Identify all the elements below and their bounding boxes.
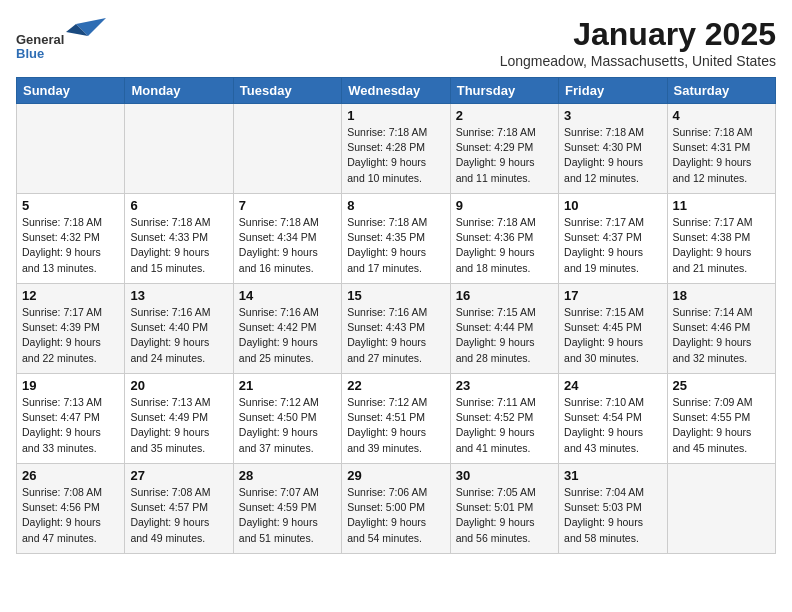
day-info: Sunrise: 7:08 AMSunset: 4:57 PMDaylight:… [130,485,227,546]
header-saturday: Saturday [667,78,775,104]
day-info: Sunrise: 7:16 AMSunset: 4:40 PMDaylight:… [130,305,227,366]
calendar-week-row: 5Sunrise: 7:18 AMSunset: 4:32 PMDaylight… [17,194,776,284]
day-info: Sunrise: 7:16 AMSunset: 4:42 PMDaylight:… [239,305,336,366]
table-row: 19Sunrise: 7:13 AMSunset: 4:47 PMDayligh… [17,374,125,464]
table-row: 31Sunrise: 7:04 AMSunset: 5:03 PMDayligh… [559,464,667,554]
day-number: 31 [564,468,661,483]
day-number: 11 [673,198,770,213]
day-number: 29 [347,468,444,483]
day-info: Sunrise: 7:13 AMSunset: 4:47 PMDaylight:… [22,395,119,456]
header-tuesday: Tuesday [233,78,341,104]
day-info: Sunrise: 7:06 AMSunset: 5:00 PMDaylight:… [347,485,444,546]
table-row: 3Sunrise: 7:18 AMSunset: 4:30 PMDaylight… [559,104,667,194]
table-row [125,104,233,194]
table-row: 29Sunrise: 7:06 AMSunset: 5:00 PMDayligh… [342,464,450,554]
day-info: Sunrise: 7:16 AMSunset: 4:43 PMDaylight:… [347,305,444,366]
table-row: 16Sunrise: 7:15 AMSunset: 4:44 PMDayligh… [450,284,558,374]
table-row: 9Sunrise: 7:18 AMSunset: 4:36 PMDaylight… [450,194,558,284]
day-number: 8 [347,198,444,213]
day-info: Sunrise: 7:18 AMSunset: 4:28 PMDaylight:… [347,125,444,186]
day-info: Sunrise: 7:18 AMSunset: 4:33 PMDaylight:… [130,215,227,276]
table-row: 28Sunrise: 7:07 AMSunset: 4:59 PMDayligh… [233,464,341,554]
table-row: 6Sunrise: 7:18 AMSunset: 4:33 PMDaylight… [125,194,233,284]
day-info: Sunrise: 7:10 AMSunset: 4:54 PMDaylight:… [564,395,661,456]
day-number: 14 [239,288,336,303]
day-number: 22 [347,378,444,393]
weekday-header-row: Sunday Monday Tuesday Wednesday Thursday… [17,78,776,104]
day-info: Sunrise: 7:12 AMSunset: 4:50 PMDaylight:… [239,395,336,456]
logo-icon: General Blue [16,16,106,60]
table-row: 7Sunrise: 7:18 AMSunset: 4:34 PMDaylight… [233,194,341,284]
day-info: Sunrise: 7:17 AMSunset: 4:37 PMDaylight:… [564,215,661,276]
table-row: 18Sunrise: 7:14 AMSunset: 4:46 PMDayligh… [667,284,775,374]
table-row: 23Sunrise: 7:11 AMSunset: 4:52 PMDayligh… [450,374,558,464]
table-row: 20Sunrise: 7:13 AMSunset: 4:49 PMDayligh… [125,374,233,464]
page-header: General Blue January 2025 Longmeadow, Ma… [16,16,776,69]
day-number: 3 [564,108,661,123]
day-info: Sunrise: 7:08 AMSunset: 4:56 PMDaylight:… [22,485,119,546]
day-info: Sunrise: 7:09 AMSunset: 4:55 PMDaylight:… [673,395,770,456]
table-row: 25Sunrise: 7:09 AMSunset: 4:55 PMDayligh… [667,374,775,464]
table-row: 8Sunrise: 7:18 AMSunset: 4:35 PMDaylight… [342,194,450,284]
location-subtitle: Longmeadow, Massachusetts, United States [500,53,776,69]
header-monday: Monday [125,78,233,104]
day-info: Sunrise: 7:11 AMSunset: 4:52 PMDaylight:… [456,395,553,456]
table-row: 11Sunrise: 7:17 AMSunset: 4:38 PMDayligh… [667,194,775,284]
day-number: 30 [456,468,553,483]
day-info: Sunrise: 7:17 AMSunset: 4:38 PMDaylight:… [673,215,770,276]
calendar-week-row: 12Sunrise: 7:17 AMSunset: 4:39 PMDayligh… [17,284,776,374]
table-row [667,464,775,554]
day-info: Sunrise: 7:13 AMSunset: 4:49 PMDaylight:… [130,395,227,456]
table-row: 12Sunrise: 7:17 AMSunset: 4:39 PMDayligh… [17,284,125,374]
table-row: 5Sunrise: 7:18 AMSunset: 4:32 PMDaylight… [17,194,125,284]
day-number: 9 [456,198,553,213]
table-row: 4Sunrise: 7:18 AMSunset: 4:31 PMDaylight… [667,104,775,194]
day-info: Sunrise: 7:07 AMSunset: 4:59 PMDaylight:… [239,485,336,546]
table-row [233,104,341,194]
day-number: 6 [130,198,227,213]
day-info: Sunrise: 7:12 AMSunset: 4:51 PMDaylight:… [347,395,444,456]
day-info: Sunrise: 7:15 AMSunset: 4:44 PMDaylight:… [456,305,553,366]
calendar-week-row: 26Sunrise: 7:08 AMSunset: 4:56 PMDayligh… [17,464,776,554]
day-number: 27 [130,468,227,483]
table-row: 17Sunrise: 7:15 AMSunset: 4:45 PMDayligh… [559,284,667,374]
table-row: 26Sunrise: 7:08 AMSunset: 4:56 PMDayligh… [17,464,125,554]
month-year-title: January 2025 [500,16,776,53]
day-info: Sunrise: 7:15 AMSunset: 4:45 PMDaylight:… [564,305,661,366]
header-wednesday: Wednesday [342,78,450,104]
day-info: Sunrise: 7:05 AMSunset: 5:01 PMDaylight:… [456,485,553,546]
logo: General Blue [16,16,106,60]
table-row: 13Sunrise: 7:16 AMSunset: 4:40 PMDayligh… [125,284,233,374]
table-row: 27Sunrise: 7:08 AMSunset: 4:57 PMDayligh… [125,464,233,554]
day-info: Sunrise: 7:18 AMSunset: 4:29 PMDaylight:… [456,125,553,186]
table-row: 22Sunrise: 7:12 AMSunset: 4:51 PMDayligh… [342,374,450,464]
day-info: Sunrise: 7:14 AMSunset: 4:46 PMDaylight:… [673,305,770,366]
day-info: Sunrise: 7:18 AMSunset: 4:32 PMDaylight:… [22,215,119,276]
header-friday: Friday [559,78,667,104]
day-number: 28 [239,468,336,483]
day-info: Sunrise: 7:17 AMSunset: 4:39 PMDaylight:… [22,305,119,366]
day-number: 4 [673,108,770,123]
title-block: January 2025 Longmeadow, Massachusetts, … [500,16,776,69]
day-number: 7 [239,198,336,213]
day-info: Sunrise: 7:18 AMSunset: 4:30 PMDaylight:… [564,125,661,186]
day-number: 24 [564,378,661,393]
day-number: 26 [22,468,119,483]
table-row: 10Sunrise: 7:17 AMSunset: 4:37 PMDayligh… [559,194,667,284]
header-sunday: Sunday [17,78,125,104]
table-row: 14Sunrise: 7:16 AMSunset: 4:42 PMDayligh… [233,284,341,374]
table-row: 30Sunrise: 7:05 AMSunset: 5:01 PMDayligh… [450,464,558,554]
table-row: 1Sunrise: 7:18 AMSunset: 4:28 PMDaylight… [342,104,450,194]
day-info: Sunrise: 7:04 AMSunset: 5:03 PMDaylight:… [564,485,661,546]
calendar-week-row: 19Sunrise: 7:13 AMSunset: 4:47 PMDayligh… [17,374,776,464]
day-number: 15 [347,288,444,303]
table-row [17,104,125,194]
day-info: Sunrise: 7:18 AMSunset: 4:35 PMDaylight:… [347,215,444,276]
day-number: 1 [347,108,444,123]
day-number: 10 [564,198,661,213]
svg-text:Blue: Blue [16,46,44,60]
day-info: Sunrise: 7:18 AMSunset: 4:34 PMDaylight:… [239,215,336,276]
day-number: 2 [456,108,553,123]
day-number: 5 [22,198,119,213]
svg-text:General: General [16,32,64,47]
